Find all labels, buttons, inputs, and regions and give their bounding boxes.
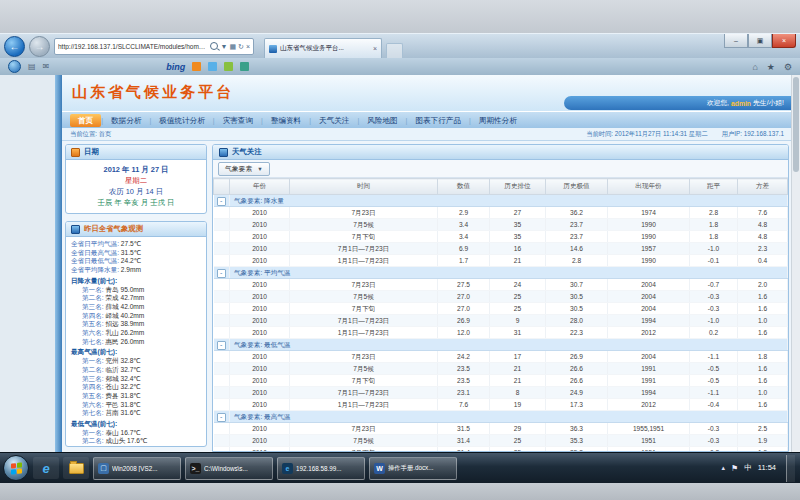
share-icon[interactable]: [240, 62, 249, 71]
address-bar[interactable]: http://192.168.137.1/SLCCLIMATE/modules/…: [54, 38, 254, 55]
mail-icon[interactable]: ✉: [43, 63, 50, 71]
row-expand-cell: [214, 315, 230, 327]
home-icon[interactable]: ⌂: [752, 62, 757, 72]
table-header-row: 年份时间数值历史排位历史极值出现年份距平方差: [214, 179, 788, 195]
nav-item-7[interactable]: 图表下行产品: [407, 114, 469, 127]
forward-button[interactable]: →: [29, 36, 50, 57]
element-filter-dropdown[interactable]: 气象要素 ▼: [218, 162, 270, 176]
maximize-button[interactable]: ▣: [748, 34, 772, 48]
table-cell: 2010: [230, 315, 290, 327]
browser-command-bar: ▤ ✉ bing ⌂ ★ ⚙: [0, 58, 800, 75]
taskbar-explorer-icon[interactable]: [63, 457, 89, 479]
taskbar-button-3[interactable]: W操作手册.docx...: [369, 457, 457, 480]
taskbar-button-1[interactable]: >_C:\Windows\s...: [185, 457, 273, 480]
table-row[interactable]: 20101月1日—7月23日7.61917.32012-0.41.6: [214, 399, 788, 411]
rank-label: 第三名:: [82, 446, 104, 447]
table-row[interactable]: 20107月下旬3.43523.719901.84.8: [214, 231, 788, 243]
collapse-icon[interactable]: -: [217, 197, 226, 206]
collapse-icon[interactable]: -: [217, 413, 226, 422]
table-row[interactable]: 20101月1日—7月23日12.03122.320120.21.6: [214, 327, 788, 339]
section-title: 气象要素: 降水量: [230, 195, 788, 207]
compatibility-view-icon[interactable]: ▦: [229, 43, 236, 50]
status-bar: 当前位置: 首页 当前时间: 2012年11月27日 11:14:31 星期二 …: [62, 128, 792, 141]
collapse-icon[interactable]: -: [217, 269, 226, 278]
table-cell: 1951: [608, 435, 690, 447]
table-row[interactable]: 20107月5候3.43523.719901.84.8: [214, 219, 788, 231]
taskbar-clock[interactable]: 11:54: [758, 464, 776, 472]
table-cell: 1994: [608, 387, 690, 399]
new-tab-button[interactable]: [386, 43, 403, 58]
table-cell: 2010: [230, 375, 290, 387]
address-dropdown-icon[interactable]: ▼: [220, 43, 227, 50]
table-cell: 36.3: [546, 423, 608, 435]
back-button[interactable]: ←: [4, 36, 25, 57]
hidden-icons-arrow[interactable]: ▴: [722, 464, 726, 472]
table-row[interactable]: 20107月下旬27.02530.52004-0.31.6: [214, 303, 788, 315]
table-row[interactable]: 20107月5候23.52126.61991-0.51.6: [214, 363, 788, 375]
table-cell: 2.8: [690, 207, 738, 219]
section-title: 气象要素: 最低气温: [230, 339, 788, 351]
stop-icon[interactable]: ×: [246, 43, 250, 50]
scrollbar-thumb[interactable]: [793, 77, 799, 172]
nav-item-3[interactable]: 灾害查询: [215, 114, 261, 127]
page-scrollbar[interactable]: [791, 75, 800, 452]
gear-icon[interactable]: ⚙: [784, 62, 792, 72]
screen: ← → http://192.168.137.1/SLCCLIMATE/modu…: [0, 0, 800, 500]
taskbar-button-2[interactable]: e192.168.58.99...: [277, 457, 365, 480]
search-icon[interactable]: [210, 42, 218, 50]
table-row[interactable]: 20107月23日27.52430.72004-0.72.0: [214, 279, 788, 291]
bing-box-icon[interactable]: [192, 62, 201, 71]
close-button[interactable]: ×: [772, 34, 796, 48]
chevron-down-icon: ▼: [257, 166, 262, 172]
table-cell: 1955,1951: [608, 423, 690, 435]
messenger-icon[interactable]: [208, 62, 217, 71]
table-cell: 2010: [230, 231, 290, 243]
nav-item-0[interactable]: 首页: [70, 114, 101, 127]
show-desktop-button[interactable]: [786, 455, 795, 482]
table-row[interactable]: 20107月5候31.42535.31951-0.31.9: [214, 435, 788, 447]
table-row[interactable]: 20107月23日2.92736.219742.87.6: [214, 207, 788, 219]
rank-label: 第五名:: [82, 392, 104, 399]
language-indicator[interactable]: 中: [744, 463, 752, 473]
taskbar-button-label: 192.168.58.99...: [296, 465, 342, 472]
refresh-icon[interactable]: ↻: [238, 43, 244, 50]
rank-value: 平邑 31.8℃: [104, 401, 141, 408]
tab-close-icon[interactable]: ×: [373, 45, 377, 52]
table-cell: 2010: [230, 327, 290, 339]
table-row[interactable]: 20101月1日—7月23日1.7212.81990-0.10.4: [214, 255, 788, 267]
table-row[interactable]: 20107月下旬23.52126.61991-0.51.6: [214, 375, 788, 387]
expand-cell: -: [214, 339, 230, 351]
browser-logo-icon[interactable]: [8, 60, 21, 73]
table-cell: -1.1: [690, 351, 738, 363]
table-cell: 26.6: [546, 363, 608, 375]
nav-item-8[interactable]: 周期性分析: [471, 114, 525, 127]
nav-item-4[interactable]: 整编资料: [263, 114, 309, 127]
nav-item-6[interactable]: 风险地图: [359, 114, 405, 127]
page-icon[interactable]: ▤: [28, 63, 36, 71]
bing-logo[interactable]: bing: [166, 62, 185, 72]
table-row[interactable]: 20107月1日—7月23日26.9928.01994-1.01.0: [214, 315, 788, 327]
table-row[interactable]: 20107月1日—7月23日6.91614.61957-1.02.3: [214, 243, 788, 255]
welcome-prefix: 欢迎您,: [707, 98, 729, 108]
start-button[interactable]: [3, 455, 29, 481]
nav-item-5[interactable]: 天气关注: [311, 114, 357, 127]
table-row[interactable]: 20107月23日24.21726.92004-1.11.8: [214, 351, 788, 363]
taskbar-ie-icon[interactable]: e: [33, 457, 59, 479]
table-cell: 31.5: [438, 423, 490, 435]
table-cell: -0.3: [690, 423, 738, 435]
photos-icon[interactable]: [224, 62, 233, 71]
table-row[interactable]: 20107月23日31.52936.31955,1951-0.32.5: [214, 423, 788, 435]
table-row[interactable]: 20107月1日—7月23日23.1824.91994-1.11.0: [214, 387, 788, 399]
action-center-flag-icon[interactable]: ⚑: [731, 464, 738, 473]
rank-label: 第四名:: [82, 312, 104, 319]
expand-cell: -: [214, 267, 230, 279]
nav-item-2[interactable]: 极值统计分析: [151, 114, 213, 127]
browser-tab[interactable]: 山东省气候业务平台... ×: [264, 38, 382, 58]
table-row[interactable]: 20107月5候27.02530.52004-0.31.6: [214, 291, 788, 303]
collapse-icon[interactable]: -: [217, 341, 226, 350]
taskbar-button-0[interactable]: ▢Win2008 [VS2...: [93, 457, 181, 480]
minimize-button[interactable]: –: [724, 34, 748, 48]
table-cell: -0.3: [690, 291, 738, 303]
nav-item-1[interactable]: 数据分析: [103, 114, 149, 127]
favorites-star-icon[interactable]: ★: [767, 62, 775, 72]
